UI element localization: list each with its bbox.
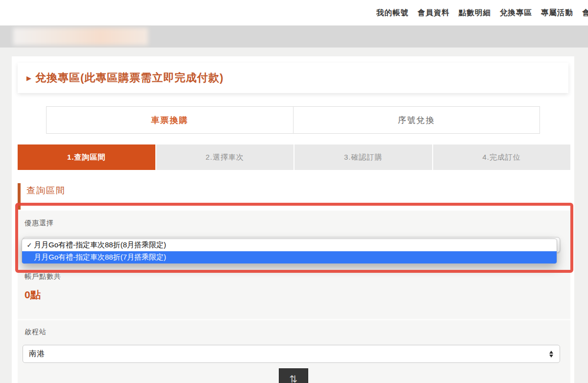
tab-ticket-exchange[interactable]: 車票換購 — [47, 107, 293, 133]
origin-station-label: 啟程站 — [24, 328, 47, 336]
nav-item-exclusive-events[interactable]: 專屬活動 — [541, 8, 573, 18]
discount-select-label: 優惠選擇 — [24, 219, 54, 228]
page-title-card: ▶ 兌換專區(此專區購票需立即完成付款) — [18, 63, 568, 93]
nav-item-redeem-zone[interactable]: 兌換專區 — [500, 8, 532, 18]
step-3-confirm-order: 3.確認訂購 — [294, 144, 432, 170]
account-points-value: 0點 — [24, 288, 41, 302]
discount-option-july[interactable]: ✓ 月月Go有禮-指定車次88折(7月搭乘限定) — [22, 251, 557, 263]
top-navbar: 我的帳號 會員資料 點數明細 兌換專區 專屬活動 會員權益 — [0, 0, 588, 25]
blurred-logo — [13, 28, 148, 45]
check-icon: ✓ — [25, 241, 34, 249]
header-banner — [0, 25, 588, 48]
mode-tabs: 車票換購 序號兌換 — [46, 106, 540, 134]
step-4-complete-booking: 4.完成訂位 — [433, 144, 571, 170]
section-accent-bar — [18, 183, 21, 210]
nav-menu: 我的帳號 會員資料 點數明細 兌換專區 專屬活動 會員權益 — [376, 0, 588, 25]
tab-serial-redeem[interactable]: 序號兌換 — [293, 107, 540, 133]
nav-item-my-account[interactable]: 我的帳號 — [376, 8, 409, 18]
select-stepper-icon — [549, 351, 553, 358]
swap-stations-button[interactable]: ⇅ — [279, 368, 308, 383]
origin-station-select[interactable]: 南港 — [23, 345, 560, 363]
nav-item-member-rights[interactable]: 會員權益 — [582, 8, 588, 18]
section-title: 查詢區間 — [26, 185, 66, 196]
discount-option-august[interactable]: ✓ 月月Go有禮-指定車次88折(8月搭乘限定) — [22, 239, 557, 251]
account-points-label: 帳戶點數共 — [24, 272, 61, 281]
search-form-section — [18, 211, 570, 319]
step-indicator: 1.查詢區間 2.選擇車次 3.確認訂購 4.完成訂位 — [18, 144, 570, 170]
swap-arrows-icon: ⇅ — [290, 373, 298, 383]
arrow-marker-icon: ▶ — [26, 74, 31, 82]
nav-item-points-detail[interactable]: 點數明細 — [459, 8, 491, 18]
origin-station-value: 南港 — [29, 349, 45, 359]
discount-dropdown-menu: ✓ 月月Go有禮-指定車次88折(8月搭乘限定) ✓ 月月Go有禮-指定車次88… — [22, 239, 557, 264]
step-1-search-section: 1.查詢區間 — [18, 144, 155, 170]
nav-item-member-info[interactable]: 會員資料 — [417, 8, 450, 18]
page-title: 兌換專區(此專區購票需立即完成付款) — [35, 71, 224, 85]
step-2-select-train: 2.選擇車次 — [156, 144, 294, 170]
